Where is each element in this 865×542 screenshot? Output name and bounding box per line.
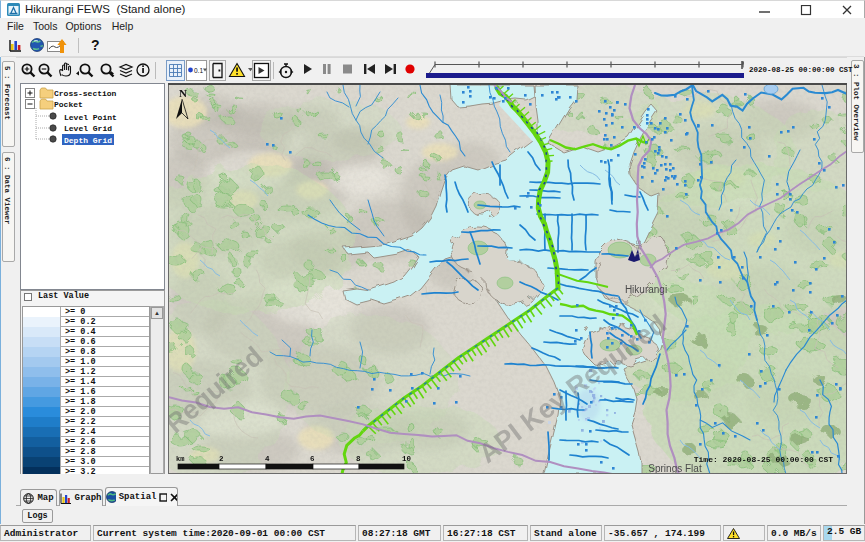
svg-text:8: 8 <box>356 455 361 463</box>
svg-text:Hikurangi: Hikurangi <box>625 284 667 295</box>
svg-text:Cross-section: Cross-section <box>54 89 117 98</box>
svg-text:4: 4 <box>265 455 270 463</box>
svg-text:2: 2 <box>219 455 224 463</box>
svg-text:Depth Grid: Depth Grid <box>64 136 112 145</box>
svg-text:SH 1: SH 1 <box>635 240 642 256</box>
svg-text:Level Grid: Level Grid <box>64 124 112 133</box>
svg-text:10: 10 <box>402 455 412 463</box>
svg-text:Springs Flat: Springs Flat <box>648 463 702 474</box>
svg-text:N: N <box>179 87 187 99</box>
svg-text:km: km <box>176 455 184 463</box>
svg-text:Level Point: Level Point <box>64 113 117 122</box>
svg-text:Time: 2020-08-25 00:00:00 CST: Time: 2020-08-25 00:00:00 CST <box>694 455 833 464</box>
svg-text:0.1: 0.1 <box>194 67 203 74</box>
svg-text:Pocket: Pocket <box>54 100 83 109</box>
svg-text:6: 6 <box>310 455 315 463</box>
